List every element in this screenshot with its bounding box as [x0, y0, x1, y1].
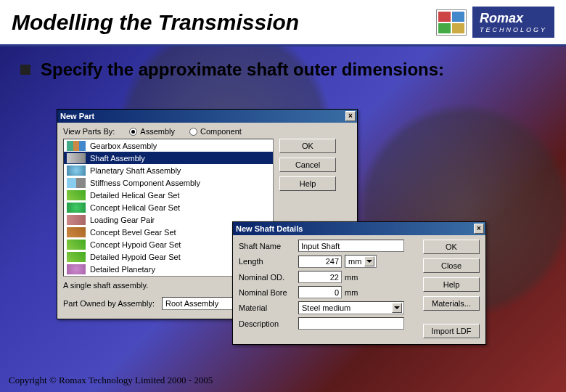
description-input[interactable]	[298, 317, 404, 330]
od-label: Nominal OD.	[239, 273, 298, 282]
logo-grid-icon	[436, 9, 467, 36]
list-item-label: Stiffness Component Assembly	[90, 179, 200, 187]
shaft-name-label: Shaft Name	[239, 242, 298, 250]
list-item-label: Planetary Shaft Assembly	[90, 166, 181, 175]
chevron-down-icon	[392, 303, 402, 313]
radio-icon	[129, 128, 137, 136]
description-label: Description	[239, 319, 298, 328]
materials-button[interactable]: Materials...	[423, 296, 480, 311]
detailed-planetary-icon	[67, 264, 86, 274]
hypoid-icon	[67, 240, 86, 250]
bevel-icon	[67, 227, 86, 237]
concept-helical-icon	[67, 203, 86, 213]
length-unit: mm	[348, 257, 361, 266]
list-item[interactable]: Detailed Helical Gear Set	[64, 189, 273, 201]
list-item[interactable]: Planetary Shaft Assembly	[64, 164, 273, 176]
bore-input[interactable]	[298, 286, 342, 298]
new-shaft-details-dialog: New Shaft Details × Shaft Name Length mm…	[232, 221, 486, 345]
owned-by-value: Root Assembly	[165, 299, 218, 308]
brand-logo: Romax TECHNOLOGY	[436, 7, 554, 38]
radio-icon	[189, 128, 197, 136]
shaft-details-title: New Shaft Details	[236, 224, 303, 233]
detailed-hypoid-icon	[67, 252, 86, 262]
radio-assembly[interactable]: Assembly	[129, 127, 175, 136]
copyright-footer: Copyright © Romax Technology Limited 200…	[9, 375, 213, 386]
radio-component-label: Component	[200, 127, 242, 136]
bore-unit: mm	[345, 288, 358, 297]
list-item-label: Shaft Assembly	[90, 154, 145, 163]
bullet-icon	[20, 65, 30, 75]
shaft-details-titlebar[interactable]: New Shaft Details ×	[233, 222, 485, 235]
new-part-title: New Part	[60, 112, 94, 121]
subtitle-row: Specify the approximate shaft outer dime…	[20, 60, 444, 80]
close-icon[interactable]: ×	[474, 224, 484, 234]
brand-subtitle: TECHNOLOGY	[480, 26, 547, 33]
import-ldf-button[interactable]: Import LDF	[423, 324, 480, 338]
close-button[interactable]: Close	[423, 258, 480, 273]
planetary-icon	[67, 166, 86, 176]
list-item-label: Detailed Helical Gear Set	[90, 191, 180, 200]
chevron-down-icon	[364, 256, 374, 266]
list-item-label: Concept Bevel Gear Set	[90, 228, 176, 237]
helical-icon	[67, 190, 86, 200]
shaft-name-input[interactable]	[298, 240, 404, 252]
load-pair-icon	[67, 215, 86, 225]
slide-title: Modelling the Transmission	[12, 10, 299, 35]
length-label: Length	[239, 257, 298, 266]
material-value: Steel medium	[302, 303, 350, 312]
list-item-label: Gearbox Assembly	[90, 142, 157, 150]
view-parts-by-label: View Parts By:	[63, 127, 115, 136]
cancel-button[interactable]: Cancel	[279, 158, 336, 172]
bore-label: Nominal Bore	[239, 288, 298, 297]
help-button[interactable]: Help	[423, 277, 480, 292]
length-unit-combo[interactable]: mm	[345, 255, 377, 268]
od-unit: mm	[345, 273, 358, 282]
brand-text: Romax TECHNOLOGY	[472, 7, 554, 38]
list-item[interactable]: Stiffness Component Assembly	[64, 176, 273, 189]
material-label: Material	[239, 303, 298, 312]
list-item[interactable]: Shaft Assembly	[64, 152, 273, 164]
gearbox-icon	[67, 141, 86, 151]
radio-assembly-label: Assembly	[140, 127, 175, 136]
stiffness-icon	[67, 178, 86, 188]
ok-button[interactable]: OK	[279, 139, 336, 153]
radio-component[interactable]: Component	[189, 127, 242, 136]
help-button[interactable]: Help	[279, 176, 336, 191]
od-input[interactable]	[298, 271, 342, 283]
slide-subtitle: Specify the approximate shaft outer dime…	[41, 60, 444, 80]
brand-name: Romax	[480, 11, 523, 25]
list-item-label: Detailed Planetary	[90, 265, 155, 274]
shaft-icon	[67, 153, 86, 163]
close-icon[interactable]: ×	[345, 111, 356, 121]
list-item[interactable]: Concept Helical Gear Set	[64, 201, 273, 213]
list-item-label: Loading Gear Pair	[90, 216, 155, 224]
slide-header: Modelling the Transmission Romax TECHNOL…	[0, 0, 566, 46]
ok-button[interactable]: OK	[423, 240, 480, 254]
length-input[interactable]	[298, 256, 342, 268]
owned-by-label: Part Owned by Assembly:	[63, 299, 155, 308]
list-item[interactable]: Gearbox Assembly	[64, 139, 273, 152]
new-part-titlebar[interactable]: New Part ×	[57, 110, 357, 123]
material-combo[interactable]: Steel medium	[298, 301, 404, 314]
list-item-label: Concept Helical Gear Set	[90, 203, 180, 212]
list-item-label: Concept Hypoid Gear Set	[90, 240, 181, 249]
list-item-label: Detailed Hypoid Gear Set	[90, 253, 181, 261]
